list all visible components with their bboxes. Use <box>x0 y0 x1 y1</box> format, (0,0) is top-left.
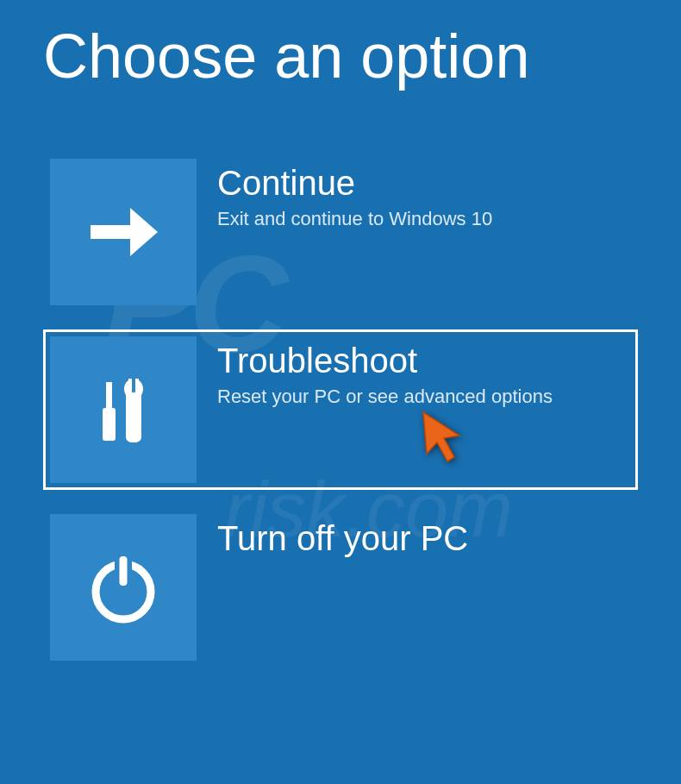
pointer-cursor-icon <box>416 405 468 466</box>
troubleshoot-icon-box <box>50 336 197 483</box>
option-troubleshoot[interactable]: Troubleshoot Reset your PC or see advanc… <box>43 329 638 490</box>
turnoff-icon-box <box>50 514 197 661</box>
option-title: Troubleshoot <box>217 342 553 379</box>
svg-rect-6 <box>120 556 128 586</box>
option-text-group: Continue Exit and continue to Windows 10 <box>197 159 492 232</box>
svg-rect-1 <box>103 408 116 441</box>
option-subtitle: Exit and continue to Windows 10 <box>217 207 492 232</box>
option-text-group: Turn off your PC <box>197 514 468 562</box>
power-icon <box>80 544 166 630</box>
option-subtitle: Reset your PC or see advanced options <box>217 385 553 410</box>
option-title: Turn off your PC <box>217 519 468 557</box>
options-list: Continue Exit and continue to Windows 10… <box>0 91 681 668</box>
svg-rect-2 <box>128 379 132 392</box>
svg-rect-3 <box>135 379 139 392</box>
option-turnoff[interactable]: Turn off your PC <box>43 507 638 668</box>
option-continue[interactable]: Continue Exit and continue to Windows 10 <box>43 152 638 312</box>
option-text-group: Troubleshoot Reset your PC or see advanc… <box>197 336 553 410</box>
tools-icon <box>80 367 166 453</box>
option-title: Continue <box>217 164 492 202</box>
svg-rect-0 <box>106 382 112 408</box>
arrow-right-icon <box>80 189 166 275</box>
page-title: Choose an option <box>0 0 681 91</box>
continue-icon-box <box>50 159 197 305</box>
